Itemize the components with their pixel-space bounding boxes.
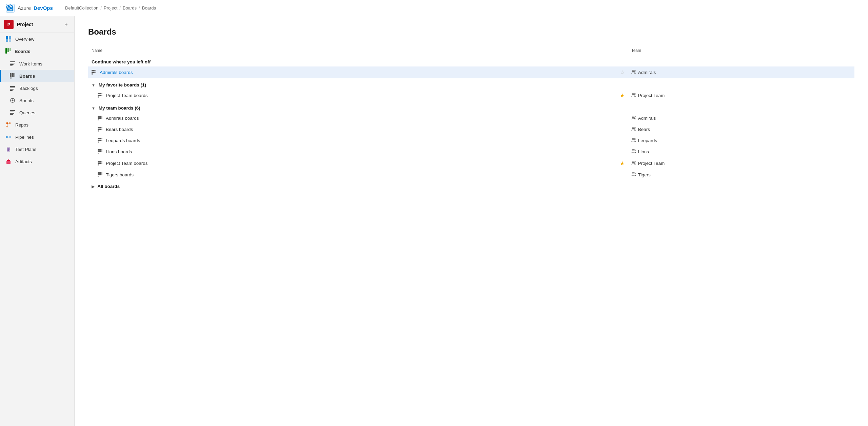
team-boards-section-label: ▼ My team boards (6) xyxy=(88,101,854,113)
table-row[interactable]: Project Team boards ★ Project Team xyxy=(88,157,854,169)
backlogs-icon xyxy=(9,85,16,92)
svg-rect-53 xyxy=(101,93,102,94)
svg-rect-44 xyxy=(95,70,96,71)
breadcrumb-defaultcollection[interactable]: DefaultCollection xyxy=(65,5,98,11)
svg-rect-41 xyxy=(8,159,9,160)
project-avatar: P xyxy=(4,20,14,29)
team-cell: Admirals xyxy=(628,66,854,78)
sidebar: P Project + Overview Boards Work Items xyxy=(0,16,75,426)
team-name: Project Team xyxy=(638,93,665,98)
svg-rect-55 xyxy=(99,95,101,96)
sprints-icon xyxy=(9,97,16,104)
star-cell[interactable] xyxy=(616,113,628,124)
breadcrumb-project[interactable]: Project xyxy=(104,5,117,11)
table-row[interactable]: Project Team boards ★ Project Team xyxy=(88,90,854,101)
breadcrumb-boards1[interactable]: Boards xyxy=(123,5,137,11)
sidebar-item-backlogs[interactable]: Backlogs xyxy=(0,82,74,94)
star-cell[interactable]: ☆ xyxy=(616,66,628,78)
board-name-cell: Bears boards xyxy=(88,124,616,135)
svg-point-67 xyxy=(632,116,634,118)
svg-rect-64 xyxy=(99,117,101,119)
azure-devops-logo-icon xyxy=(5,3,15,13)
all-boards-section[interactable]: ▶ All boards xyxy=(88,180,854,192)
team-name: Leopards xyxy=(638,138,657,143)
table-row[interactable]: Bears boards Bears xyxy=(88,124,854,135)
star-cell[interactable] xyxy=(616,135,628,146)
svg-rect-79 xyxy=(99,138,101,139)
team-boards-section-header[interactable]: ▼ My team boards (6) xyxy=(88,101,854,113)
test-plans-label: Test Plans xyxy=(15,147,36,152)
board-name-cell: Admirals boards xyxy=(88,113,616,124)
svg-rect-98 xyxy=(101,161,102,162)
svg-rect-12 xyxy=(10,65,13,66)
svg-rect-7 xyxy=(7,48,9,52)
boards-table: Name Team Continue where you left off xyxy=(88,46,854,192)
artifacts-icon xyxy=(5,158,12,165)
star-cell[interactable]: ★ xyxy=(616,157,628,169)
svg-rect-19 xyxy=(10,77,12,79)
all-boards-label: ▶ All boards xyxy=(88,180,854,192)
star-cell[interactable] xyxy=(616,169,628,180)
board-name: Lions boards xyxy=(106,149,132,154)
team-icon xyxy=(631,115,636,121)
board-grid-icon xyxy=(98,93,103,98)
board-name: Tigers boards xyxy=(106,172,134,177)
svg-point-103 xyxy=(632,161,634,163)
sidebar-project-header[interactable]: P Project + xyxy=(0,16,74,33)
svg-point-77 xyxy=(634,127,635,129)
svg-rect-15 xyxy=(14,73,15,75)
table-row[interactable]: Admirals boards ☆ Admirals xyxy=(88,66,854,78)
app-logo[interactable]: Azure DevOps xyxy=(5,3,53,13)
svg-rect-75 xyxy=(98,130,99,132)
board-name: Project Team boards xyxy=(106,93,148,98)
team-name: Admirals xyxy=(638,70,656,75)
sidebar-item-pipelines[interactable]: Pipelines xyxy=(0,131,74,143)
svg-rect-30 xyxy=(10,114,13,115)
sidebar-item-repos[interactable]: Repos xyxy=(0,119,74,131)
star-icon[interactable]: ☆ xyxy=(620,70,625,75)
svg-rect-61 xyxy=(99,116,101,117)
svg-rect-43 xyxy=(93,70,95,71)
sidebar-item-work-items[interactable]: Work Items xyxy=(0,58,74,70)
sidebar-section-boards[interactable]: Boards xyxy=(0,45,74,58)
sidebar-item-test-plans[interactable]: Test Plans xyxy=(0,143,74,155)
star-cell[interactable] xyxy=(616,146,628,157)
board-name-cell: Leopards boards xyxy=(88,135,616,146)
team-cell: Bears xyxy=(628,124,854,135)
team-icon xyxy=(631,127,636,132)
favorites-section-label: ▼ My favorite boards (1) xyxy=(88,78,854,90)
breadcrumb-boards2[interactable]: Boards xyxy=(142,5,156,11)
star-icon[interactable]: ★ xyxy=(620,160,625,166)
queries-icon xyxy=(9,109,16,116)
star-icon[interactable]: ★ xyxy=(620,93,625,98)
svg-point-86 xyxy=(634,138,635,140)
svg-rect-45 xyxy=(92,72,93,73)
svg-rect-102 xyxy=(98,164,99,166)
table-row[interactable]: Leopards boards Leopards xyxy=(88,135,854,146)
table-row[interactable]: Lions boards Lions xyxy=(88,146,854,157)
board-name: Bears boards xyxy=(106,127,133,132)
board-link[interactable]: Admirals boards xyxy=(100,70,133,75)
team-cell: Project Team xyxy=(628,157,854,169)
svg-point-36 xyxy=(6,136,8,138)
sidebar-item-artifacts[interactable]: Artifacts xyxy=(0,155,74,168)
star-cell[interactable]: ★ xyxy=(616,90,628,101)
svg-rect-78 xyxy=(98,138,99,139)
svg-rect-9 xyxy=(10,61,15,62)
svg-point-58 xyxy=(632,93,634,95)
sidebar-item-boards[interactable]: Boards xyxy=(0,70,74,82)
svg-rect-22 xyxy=(10,89,14,90)
sidebar-item-overview[interactable]: Overview xyxy=(0,33,74,45)
svg-rect-88 xyxy=(99,149,101,151)
svg-rect-91 xyxy=(99,151,101,152)
table-row[interactable]: Admirals boards Admirals xyxy=(88,113,854,124)
table-row[interactable]: Tigers boards Tigers xyxy=(88,169,854,180)
project-name-label: Project xyxy=(17,22,59,27)
svg-rect-8 xyxy=(9,48,11,51)
svg-point-94 xyxy=(632,150,634,151)
star-cell[interactable] xyxy=(616,124,628,135)
sidebar-item-sprints[interactable]: Sprints xyxy=(0,94,74,106)
favorites-section-header[interactable]: ▼ My favorite boards (1) xyxy=(88,78,854,90)
sidebar-item-queries[interactable]: Queries xyxy=(0,106,74,119)
add-project-button[interactable]: + xyxy=(62,20,70,28)
